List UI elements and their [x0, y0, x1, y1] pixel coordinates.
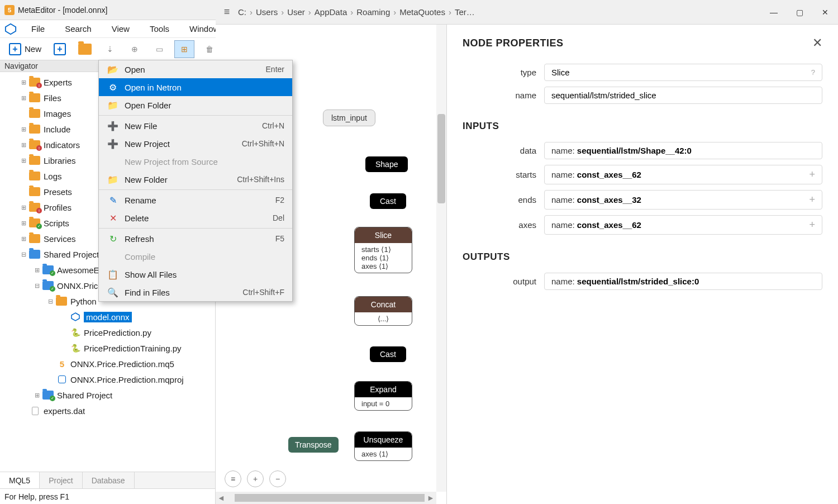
new-button[interactable]: + New [6, 41, 45, 58]
new-icon: + [9, 43, 21, 55]
inputs-heading: INPUTS [463, 121, 822, 132]
menu-view[interactable]: View [104, 22, 137, 36]
help-icon[interactable]: ? [811, 68, 815, 77]
trash-icon: 🗑 [203, 43, 216, 55]
layout-button[interactable]: ▭ [150, 41, 169, 58]
close-button[interactable]: ✕ [812, 0, 838, 25]
download2-icon: ⊕ [128, 43, 141, 55]
prop-starts: startsname: const_axes__62+ [463, 165, 822, 184]
netron-panel: ≡ C:›Users›User›AppData›Roaming›MetaQuot… [216, 0, 838, 504]
context-menu[interactable]: 📂OpenEnter⚙Open in Netron📁Open Folder➕Ne… [98, 60, 293, 302]
properties-close-button[interactable]: ✕ [812, 36, 822, 50]
prop-data: dataname: sequential/lstm/Shape__42:0 [463, 142, 822, 159]
svg-marker-0 [6, 23, 16, 34]
tree-item[interactable]: ⊞✓Shared Project [0, 387, 215, 403]
tree-item[interactable]: ONNX.Price.Prediction.mqproj [0, 372, 215, 387]
menu-search[interactable]: Search [57, 22, 99, 36]
ctx-open-folder[interactable]: 📁Open Folder [99, 96, 292, 114]
open-folder-button[interactable] [75, 41, 95, 57]
expand-icon[interactable]: + [809, 219, 815, 231]
ctx-refresh[interactable]: ↻RefreshF5 [99, 230, 292, 248]
ctx-delete[interactable]: ✕DeleteDel [99, 209, 292, 227]
download-icon: ⇣ [104, 43, 116, 55]
graph-controls: ≡ + − [225, 470, 286, 487]
vertical-scrollbar[interactable] [436, 25, 446, 492]
zoom-out-button[interactable]: − [269, 470, 286, 487]
graph-node-shape[interactable]: Shape [365, 156, 408, 172]
ctx-open[interactable]: 📂OpenEnter [99, 60, 292, 78]
menu-tools[interactable]: Tools [142, 22, 177, 36]
graph-node-slice[interactable]: Slice starts ⟨1⟩ends ⟨1⟩axes ⟨1⟩ [354, 227, 412, 273]
graph-list-button[interactable]: ≡ [225, 470, 241, 487]
prop-axes: axesname: const_axes__62+ [463, 215, 822, 235]
plus-icon: + [54, 43, 66, 55]
tree-item[interactable]: 🐍PricePrediction.py [0, 325, 215, 340]
layout-icon: ▭ [153, 43, 165, 55]
status-bar: For Help, press F1 [0, 488, 215, 504]
navigator-tabs: MQL5 Project Database [0, 472, 215, 488]
properties-title: NODE PROPERTIES [463, 37, 564, 49]
maximize-button[interactable]: ▢ [787, 0, 812, 25]
ctx-new-project[interactable]: ➕New ProjectCtrl+Shift+N [99, 135, 292, 153]
ctx-find-in-files[interactable]: 🔍Find in FilesCtrl+Shift+F [99, 283, 292, 301]
ctx-show-all-files[interactable]: 📋Show All Files [99, 265, 292, 283]
tree-item[interactable]: 🐍PricePredictionTraining.py [0, 340, 215, 356]
ctx-open-in-netron[interactable]: ⚙Open in Netron [99, 78, 292, 96]
menu-file[interactable]: File [23, 22, 53, 36]
ctx-rename[interactable]: ✎RenameF2 [99, 191, 292, 209]
ctx-new-project-from-source: New Project from Source [99, 153, 292, 170]
breadcrumb-part[interactable]: MetaQuotes [399, 7, 445, 17]
graph-node-unsqueeze[interactable]: Unsqueeze axes ⟨1⟩ [354, 431, 412, 461]
app-icon: 5 [4, 5, 15, 15]
tab-mql5[interactable]: MQL5 [0, 472, 40, 488]
breadcrumb[interactable]: C:›Users›User›AppData›Roaming›MetaQuotes… [238, 7, 761, 17]
new-window-button[interactable]: + [50, 41, 69, 58]
scroll-left-icon[interactable]: ◄ [216, 493, 227, 502]
logo-icon [4, 23, 17, 35]
graph-node-cast2[interactable]: Cast [370, 346, 406, 362]
tab-database[interactable]: Database [83, 472, 135, 488]
prop-name: name sequential/lstm/strided_slice [463, 87, 822, 104]
tree-item[interactable]: experts.dat [0, 403, 215, 419]
scroll-right-icon[interactable]: ► [425, 493, 436, 502]
window-controls: — ▢ ✕ [761, 0, 838, 25]
expand-icon[interactable]: + [809, 194, 815, 206]
prop-type: type Slice? [463, 64, 822, 81]
breadcrumb-part[interactable]: Ter… [455, 7, 475, 17]
prop-output: outputname: sequential/lstm/strided_slic… [463, 273, 822, 290]
breadcrumb-part[interactable]: AppData [315, 7, 347, 17]
zoom-in-button[interactable]: + [247, 470, 264, 487]
hamburger-icon[interactable]: ≡ [216, 6, 238, 18]
graph-node-transpose[interactable]: Transpose [288, 437, 339, 453]
breadcrumb-part[interactable]: C: [238, 7, 246, 17]
breadcrumb-part[interactable]: User [287, 7, 305, 17]
ctx-new-folder[interactable]: 📁New FolderCtrl+Shift+Ins [99, 170, 292, 188]
prop-ends: endsname: const_axes__32+ [463, 190, 822, 210]
breadcrumb-part[interactable]: Users [256, 7, 278, 17]
download-button[interactable]: ⇣ [101, 41, 120, 58]
graph-input-node[interactable]: lstm_input [323, 110, 375, 126]
graph-node-expand[interactable]: Expand input = 0 [354, 381, 412, 411]
minimize-button[interactable]: — [761, 0, 787, 25]
graph-node-concat[interactable]: Concat ⟨...⟩ [354, 296, 412, 326]
properties-panel: NODE PROPERTIES ✕ type Slice? name seque… [447, 25, 838, 504]
download2-button[interactable]: ⊕ [125, 41, 144, 58]
tree-item[interactable]: model.onnx [0, 309, 215, 325]
layout2-button[interactable]: ⊞ [174, 40, 194, 58]
breadcrumb-part[interactable]: Roaming [356, 7, 390, 17]
expand-icon[interactable]: + [809, 169, 815, 180]
horizontal-scrollbar[interactable]: ◄ ► [216, 492, 436, 504]
outputs-heading: OUTPUTS [463, 251, 822, 263]
app-title: MetaEditor - [model.onnx] [18, 6, 107, 15]
layout2-icon: ⊞ [178, 43, 191, 55]
ctx-new-file[interactable]: ➕New FileCtrl+N [99, 117, 292, 135]
graph-node-cast1[interactable]: Cast [370, 193, 406, 209]
folder-icon [78, 44, 92, 55]
ctx-compile: Compile [99, 248, 292, 265]
netron-toolbar: ≡ C:›Users›User›AppData›Roaming›MetaQuot… [216, 0, 838, 25]
tab-project[interactable]: Project [40, 472, 83, 488]
svg-marker-1 [72, 313, 79, 321]
tree-item[interactable]: 5ONNX.Price.Prediction.mq5 [0, 356, 215, 372]
